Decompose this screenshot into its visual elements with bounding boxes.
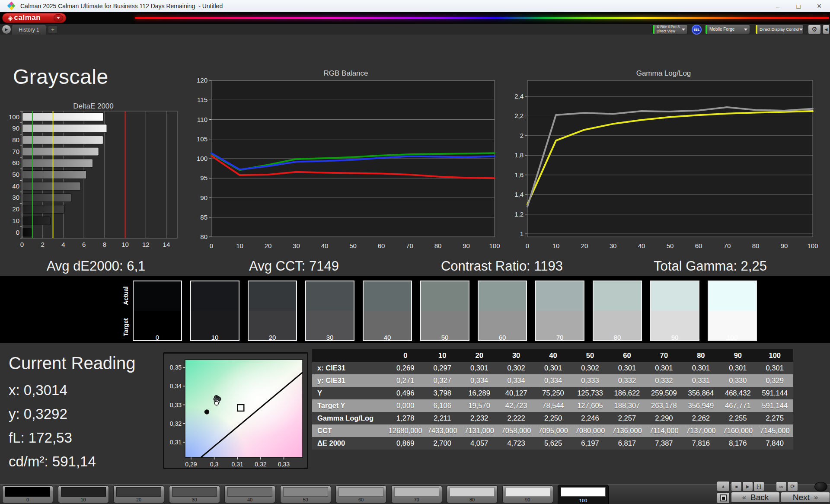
swatch-level-label: 70 <box>535 334 584 341</box>
table-value-cell: 0,301 <box>535 364 571 372</box>
svg-text:115: 115 <box>197 96 208 103</box>
patch-swatch <box>61 487 106 497</box>
table-value-cell: 0,301 <box>645 364 682 372</box>
pattern-patch-10[interactable]: 10 <box>58 485 109 503</box>
add-tab-button[interactable]: + <box>48 26 57 33</box>
cie-chromaticity-chart: 0,310,320,330,340,350,290,30,310,320,33 <box>164 354 307 468</box>
patch-level-label: 30 <box>169 497 220 502</box>
table-value-cell: 2,250 <box>535 414 571 422</box>
current-reading-y: y: 0,3292 <box>9 406 67 422</box>
pattern-patch-30[interactable]: 30 <box>169 485 220 503</box>
table-row-target-y: Target Y0,0006,10619,57042,72378,544127,… <box>312 399 793 412</box>
loop-icon[interactable]: ⟳ <box>787 482 798 491</box>
pattern-patch-50[interactable]: 50 <box>280 485 331 503</box>
swatch-level-label: 20 <box>248 334 297 341</box>
patch-level-label: 60 <box>336 497 386 502</box>
table-value-cell: 7136,000 <box>609 427 645 435</box>
svg-text:0,31: 0,31 <box>232 461 243 468</box>
swatch-level-label: 60 <box>478 334 527 341</box>
table-value-cell: 0,269 <box>387 364 424 372</box>
svg-text:40: 40 <box>638 242 645 249</box>
rgb-balance-line-chart: RGB Balance80859095100105110115120010203… <box>190 68 501 250</box>
swatch-actual-10 <box>191 281 239 311</box>
chevron-down-icon[interactable] <box>54 14 63 22</box>
deltae-bar-20 <box>22 205 64 214</box>
pattern-patch-80[interactable]: 80 <box>447 485 498 503</box>
table-value-cell: 7080,000 <box>571 427 608 435</box>
svg-text:50: 50 <box>12 171 19 178</box>
back-button[interactable]: « Back <box>731 492 780 503</box>
pattern-patch-100[interactable]: 100 <box>558 485 609 504</box>
table-header-cell: 0 <box>387 351 424 360</box>
table-header-cell: 90 <box>719 351 756 360</box>
table-value-cell: 40,127 <box>498 389 534 397</box>
pattern-patch-90[interactable]: 90 <box>502 485 553 503</box>
table-value-cell: 78,544 <box>535 402 571 410</box>
table-value-cell: 2,275 <box>757 414 793 422</box>
pattern-patch-40[interactable]: 40 <box>224 485 275 503</box>
maximize-icon[interactable]: □ <box>793 3 804 10</box>
table-value-cell: 7131,000 <box>461 427 498 435</box>
patch-swatch <box>116 487 161 497</box>
play-icon[interactable]: ▶ <box>742 482 753 491</box>
svg-text:90: 90 <box>781 242 788 249</box>
collapse-toolbar-icon[interactable]: ◀ <box>823 25 830 34</box>
table-row-label: Y <box>312 389 387 397</box>
next-button[interactable]: Next » <box>781 492 830 503</box>
pattern-patch-70[interactable]: 70 <box>391 485 442 503</box>
grayscale-swatch-40 <box>363 281 412 341</box>
minimize-icon[interactable]: – <box>772 3 783 10</box>
svg-text:50: 50 <box>667 242 674 249</box>
pattern-patch-20[interactable]: 20 <box>113 485 164 503</box>
table-value-cell: 467,771 <box>719 402 756 410</box>
patch-level-label: 0 <box>3 497 53 502</box>
tab-history-1[interactable]: History 1 <box>12 24 46 35</box>
meter-device-dropdown[interactable]: X-Rite i1Pro 3 Direct View <box>652 25 688 34</box>
swatch-level-label: 30 <box>305 334 354 341</box>
tab-scroll-button[interactable]: ▶ <box>2 25 11 34</box>
svg-text:0,32: 0,32 <box>170 420 182 427</box>
pattern-window-button[interactable] <box>717 492 730 504</box>
svg-text:2: 2 <box>520 132 524 139</box>
svg-text:70: 70 <box>12 148 19 155</box>
meter-count-badge[interactable]: 681 <box>692 25 702 35</box>
table-header-cell: 100 <box>757 351 793 360</box>
status-led <box>814 482 827 491</box>
svg-text:8: 8 <box>103 241 106 248</box>
calman-menu-button[interactable]: ◈ calman <box>2 13 66 23</box>
deltae-chart-title: DeltaE 2000 <box>73 102 114 110</box>
svg-text:0,32: 0,32 <box>255 461 266 468</box>
svg-text:30: 30 <box>293 242 300 249</box>
display-control-dropdown[interactable]: Direct Display Control <box>755 25 804 34</box>
table-value-cell: 16,289 <box>461 389 498 397</box>
table-value-cell: 263,178 <box>645 402 682 410</box>
table-value-cell: 7095,000 <box>535 427 571 435</box>
svg-text:40: 40 <box>321 242 329 249</box>
pattern-patch-0[interactable]: 0 <box>2 485 53 503</box>
stop-icon[interactable]: ■ <box>731 482 742 491</box>
expand-up-icon[interactable]: ▲ <box>717 481 730 491</box>
calman-app-window: Calman 2025 Calman Ultimate for Business… <box>0 0 830 504</box>
table-value-cell: 0,327 <box>424 376 460 385</box>
svg-text:60: 60 <box>695 242 702 249</box>
grayscale-swatch-90 <box>650 281 699 341</box>
svg-text:0,33: 0,33 <box>278 461 290 468</box>
gear-icon[interactable]: ⚙ <box>808 25 821 34</box>
svg-text:0,34: 0,34 <box>170 383 182 389</box>
current-reading-fl: fL: 172,53 <box>9 430 72 446</box>
table-value-cell: 3,798 <box>424 389 460 397</box>
table-row-label: x: CIE31 <box>312 364 387 372</box>
svg-text:30: 30 <box>610 242 617 249</box>
frame-icon[interactable]: [·] <box>753 482 764 491</box>
continuous-icon[interactable]: ∞ <box>776 482 787 491</box>
source-device-dropdown[interactable]: Mobile Forge <box>705 25 750 34</box>
close-icon[interactable]: × <box>814 2 825 11</box>
grayscale-swatch-50 <box>420 281 469 341</box>
deltae-bar-70 <box>22 147 99 156</box>
window-controls: – □ × <box>772 0 827 12</box>
table-header-cell: 50 <box>571 351 608 360</box>
patch-swatch <box>227 487 272 497</box>
measurement-table: 0102030405060708090100x: CIE310,2690,297… <box>312 349 793 450</box>
pattern-patch-60[interactable]: 60 <box>335 485 386 503</box>
deltae-bar-30 <box>22 194 71 202</box>
